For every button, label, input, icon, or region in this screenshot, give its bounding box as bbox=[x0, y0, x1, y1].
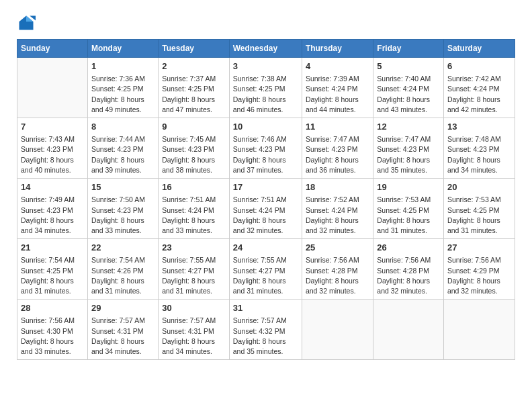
day-info: Sunrise: 7:36 AM Sunset: 4:25 PM Dayligh… bbox=[91, 74, 154, 115]
day-number: 12 bbox=[377, 121, 440, 133]
day-number: 10 bbox=[233, 121, 298, 133]
day-number: 4 bbox=[306, 60, 369, 73]
calendar-day-header: Thursday bbox=[302, 40, 373, 58]
calendar-day-header: Monday bbox=[87, 40, 158, 58]
table-row: 29Sunrise: 7:57 AM Sunset: 4:31 PM Dayli… bbox=[87, 300, 158, 360]
day-info: Sunrise: 7:57 AM Sunset: 4:31 PM Dayligh… bbox=[91, 316, 154, 357]
day-number: 23 bbox=[162, 242, 226, 254]
table-row: 20Sunrise: 7:53 AM Sunset: 4:25 PM Dayli… bbox=[443, 179, 515, 239]
calendar-day-header: Tuesday bbox=[159, 40, 230, 58]
day-info: Sunrise: 7:42 AM Sunset: 4:24 PM Dayligh… bbox=[447, 74, 511, 115]
day-number: 6 bbox=[447, 60, 511, 73]
day-number: 7 bbox=[21, 121, 84, 133]
table-row: 24Sunrise: 7:55 AM Sunset: 4:27 PM Dayli… bbox=[229, 239, 302, 300]
table-row: 4Sunrise: 7:39 AM Sunset: 4:24 PM Daylig… bbox=[302, 58, 373, 118]
day-number: 5 bbox=[377, 60, 440, 73]
calendar-header-row: SundayMondayTuesdayWednesdayThursdayFrid… bbox=[17, 40, 515, 58]
table-row: 19Sunrise: 7:53 AM Sunset: 4:25 PM Dayli… bbox=[373, 179, 444, 239]
table-row: 31Sunrise: 7:57 AM Sunset: 4:32 PM Dayli… bbox=[229, 300, 302, 360]
day-number: 29 bbox=[91, 302, 154, 314]
table-row: 16Sunrise: 7:51 AM Sunset: 4:24 PM Dayli… bbox=[159, 179, 230, 239]
day-number: 3 bbox=[233, 60, 298, 73]
table-row: 11Sunrise: 7:47 AM Sunset: 4:23 PM Dayli… bbox=[302, 118, 373, 179]
table-row: 10Sunrise: 7:46 AM Sunset: 4:23 PM Dayli… bbox=[229, 118, 302, 179]
calendar-day-header: Saturday bbox=[443, 40, 515, 58]
day-info: Sunrise: 7:57 AM Sunset: 4:32 PM Dayligh… bbox=[233, 316, 298, 357]
calendar-week-row: 7Sunrise: 7:43 AM Sunset: 4:23 PM Daylig… bbox=[17, 118, 515, 179]
table-row: 28Sunrise: 7:56 AM Sunset: 4:30 PM Dayli… bbox=[17, 300, 88, 360]
day-info: Sunrise: 7:40 AM Sunset: 4:24 PM Dayligh… bbox=[377, 74, 440, 115]
day-info: Sunrise: 7:53 AM Sunset: 4:25 PM Dayligh… bbox=[377, 195, 440, 236]
logo bbox=[17, 13, 38, 32]
table-row bbox=[443, 300, 515, 360]
header bbox=[17, 13, 515, 32]
table-row: 6Sunrise: 7:42 AM Sunset: 4:24 PM Daylig… bbox=[443, 58, 515, 118]
day-info: Sunrise: 7:56 AM Sunset: 4:29 PM Dayligh… bbox=[447, 255, 511, 296]
day-number: 9 bbox=[162, 121, 226, 133]
calendar-week-row: 1Sunrise: 7:36 AM Sunset: 4:25 PM Daylig… bbox=[17, 58, 515, 118]
table-row: 23Sunrise: 7:55 AM Sunset: 4:27 PM Dayli… bbox=[159, 239, 230, 300]
day-info: Sunrise: 7:53 AM Sunset: 4:25 PM Dayligh… bbox=[447, 195, 511, 236]
table-row: 12Sunrise: 7:47 AM Sunset: 4:23 PM Dayli… bbox=[373, 118, 444, 179]
table-row: 3Sunrise: 7:38 AM Sunset: 4:25 PM Daylig… bbox=[229, 58, 302, 118]
table-row: 25Sunrise: 7:56 AM Sunset: 4:28 PM Dayli… bbox=[302, 239, 373, 300]
day-number: 31 bbox=[233, 302, 298, 314]
day-number: 17 bbox=[233, 181, 298, 193]
table-row: 27Sunrise: 7:56 AM Sunset: 4:29 PM Dayli… bbox=[443, 239, 515, 300]
day-info: Sunrise: 7:51 AM Sunset: 4:24 PM Dayligh… bbox=[233, 195, 298, 236]
table-row bbox=[302, 300, 373, 360]
table-row: 22Sunrise: 7:54 AM Sunset: 4:26 PM Dayli… bbox=[87, 239, 158, 300]
calendar-week-row: 28Sunrise: 7:56 AM Sunset: 4:30 PM Dayli… bbox=[17, 300, 515, 360]
day-number: 25 bbox=[306, 242, 369, 254]
day-number: 16 bbox=[162, 181, 226, 193]
page: SundayMondayTuesdayWednesdayThursdayFrid… bbox=[0, 0, 532, 411]
day-info: Sunrise: 7:48 AM Sunset: 4:23 PM Dayligh… bbox=[447, 134, 511, 175]
day-info: Sunrise: 7:56 AM Sunset: 4:28 PM Dayligh… bbox=[306, 255, 369, 296]
day-number: 27 bbox=[447, 242, 511, 254]
day-info: Sunrise: 7:56 AM Sunset: 4:30 PM Dayligh… bbox=[21, 316, 84, 357]
day-number: 13 bbox=[447, 121, 511, 133]
day-number: 24 bbox=[233, 242, 298, 254]
day-info: Sunrise: 7:49 AM Sunset: 4:23 PM Dayligh… bbox=[21, 195, 84, 236]
table-row: 7Sunrise: 7:43 AM Sunset: 4:23 PM Daylig… bbox=[17, 118, 88, 179]
table-row: 30Sunrise: 7:57 AM Sunset: 4:31 PM Dayli… bbox=[159, 300, 230, 360]
calendar-week-row: 21Sunrise: 7:54 AM Sunset: 4:25 PM Dayli… bbox=[17, 239, 515, 300]
day-number: 30 bbox=[162, 302, 226, 314]
table-row: 26Sunrise: 7:56 AM Sunset: 4:28 PM Dayli… bbox=[373, 239, 444, 300]
day-info: Sunrise: 7:57 AM Sunset: 4:31 PM Dayligh… bbox=[162, 316, 226, 357]
day-number: 11 bbox=[306, 121, 369, 133]
day-info: Sunrise: 7:46 AM Sunset: 4:23 PM Dayligh… bbox=[233, 134, 298, 175]
day-info: Sunrise: 7:38 AM Sunset: 4:25 PM Dayligh… bbox=[233, 74, 298, 115]
day-number: 22 bbox=[91, 242, 154, 254]
table-row: 1Sunrise: 7:36 AM Sunset: 4:25 PM Daylig… bbox=[87, 58, 158, 118]
calendar-day-header: Sunday bbox=[17, 40, 88, 58]
day-number: 28 bbox=[21, 302, 84, 314]
table-row bbox=[17, 58, 88, 118]
table-row bbox=[373, 300, 444, 360]
day-info: Sunrise: 7:55 AM Sunset: 4:27 PM Dayligh… bbox=[162, 255, 226, 296]
day-info: Sunrise: 7:52 AM Sunset: 4:24 PM Dayligh… bbox=[306, 195, 369, 236]
day-number: 1 bbox=[91, 60, 154, 73]
day-number: 2 bbox=[162, 60, 226, 73]
table-row: 8Sunrise: 7:44 AM Sunset: 4:23 PM Daylig… bbox=[87, 118, 158, 179]
day-info: Sunrise: 7:39 AM Sunset: 4:24 PM Dayligh… bbox=[306, 74, 369, 115]
day-info: Sunrise: 7:54 AM Sunset: 4:25 PM Dayligh… bbox=[21, 255, 84, 296]
day-info: Sunrise: 7:43 AM Sunset: 4:23 PM Dayligh… bbox=[21, 134, 84, 175]
day-info: Sunrise: 7:56 AM Sunset: 4:28 PM Dayligh… bbox=[377, 255, 440, 296]
table-row: 2Sunrise: 7:37 AM Sunset: 4:25 PM Daylig… bbox=[159, 58, 230, 118]
calendar-week-row: 14Sunrise: 7:49 AM Sunset: 4:23 PM Dayli… bbox=[17, 179, 515, 239]
day-info: Sunrise: 7:55 AM Sunset: 4:27 PM Dayligh… bbox=[233, 255, 298, 296]
table-row: 5Sunrise: 7:40 AM Sunset: 4:24 PM Daylig… bbox=[373, 58, 444, 118]
day-number: 20 bbox=[447, 181, 511, 193]
calendar-table: SundayMondayTuesdayWednesdayThursdayFrid… bbox=[17, 39, 515, 360]
day-number: 18 bbox=[306, 181, 369, 193]
table-row: 18Sunrise: 7:52 AM Sunset: 4:24 PM Dayli… bbox=[302, 179, 373, 239]
day-info: Sunrise: 7:45 AM Sunset: 4:23 PM Dayligh… bbox=[162, 134, 226, 175]
table-row: 15Sunrise: 7:50 AM Sunset: 4:23 PM Dayli… bbox=[87, 179, 158, 239]
calendar-day-header: Friday bbox=[373, 40, 444, 58]
day-number: 26 bbox=[377, 242, 440, 254]
table-row: 14Sunrise: 7:49 AM Sunset: 4:23 PM Dayli… bbox=[17, 179, 88, 239]
day-info: Sunrise: 7:47 AM Sunset: 4:23 PM Dayligh… bbox=[306, 134, 369, 175]
day-number: 15 bbox=[91, 181, 154, 193]
day-info: Sunrise: 7:51 AM Sunset: 4:24 PM Dayligh… bbox=[162, 195, 226, 236]
